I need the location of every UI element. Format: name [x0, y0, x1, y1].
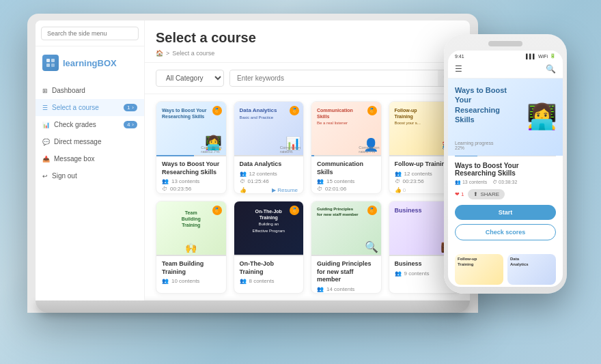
- course-info-5: Team Building Training 👥10 contents: [156, 256, 226, 290]
- course-meta-6: 👥8 contents: [240, 278, 298, 284]
- laptop-frame: learningBOX ⊞ Dashboard ☰ Select a cours…: [27, 14, 478, 313]
- like-placeholder-2: 👍: [240, 187, 247, 193]
- sidebar-search-area: [36, 20, 144, 46]
- course-card-3[interactable]: CommunicationSkillsBe a real listener 🏅 …: [311, 101, 382, 194]
- phone-status-bar: 9:41 ▌▌▌ WiFi 🔋: [448, 51, 563, 61]
- course-card-1[interactable]: Ways to Boost YourResearching Skills 🏅 👩…: [156, 101, 227, 194]
- message-icon: 💬: [42, 139, 50, 145]
- svg-rect-3: [51, 64, 55, 67]
- phone-detail-meta: 👥 13 contents ⏱ 03:38:32: [455, 180, 556, 185]
- course-info-2: Data Analytics 👥12 contents ⏱01:25:46 👍 …: [234, 156, 304, 194]
- thumb-title-4: Follow-upTrainingBoost your s...: [395, 107, 421, 126]
- sidebar: learningBOX ⊞ Dashboard ☰ Select a cours…: [36, 20, 145, 300]
- phone-frame: 9:41 ▌▌▌ WiFi 🔋 ☰ 🔍 Ways to Boost YourRe…: [444, 34, 567, 294]
- sidebar-item-message-box[interactable]: 📥 Message box: [36, 150, 144, 167]
- inbox-icon: 📥: [42, 156, 50, 163]
- thumb-completion-1: Completionrate53.7%: [201, 145, 221, 154]
- course-meta-2: 👥12 contents: [240, 171, 298, 177]
- breadcrumb-home-icon: 🏠: [156, 50, 163, 57]
- course-meta-3: 👥15 contents: [317, 178, 376, 184]
- battery-icon: 🔋: [550, 53, 556, 59]
- phone-contents: 👥 13 contents: [455, 180, 487, 185]
- keyword-input[interactable]: [230, 71, 438, 85]
- sidebar-search-input[interactable]: [41, 27, 139, 40]
- phone-status-icons: ▌▌▌ WiFi 🔋: [526, 53, 556, 59]
- svg-rect-0: [46, 59, 50, 62]
- logo-text: learningBOX: [63, 58, 117, 68]
- app-logo: learningBOX: [36, 46, 144, 79]
- course-name-7: Guiding Principles for new staff member: [317, 260, 376, 284]
- course-meta-5: 👥10 contents: [162, 278, 221, 284]
- thumb-title-1: Ways to Boost YourResearching Skills: [162, 107, 207, 120]
- svg-rect-1: [51, 59, 55, 62]
- grid-icon: ⊞: [42, 87, 48, 94]
- svg-rect-2: [46, 64, 50, 67]
- resume-btn-2[interactable]: ▶ Resume: [272, 187, 298, 193]
- phone-share-button[interactable]: ⬆ SHARE: [468, 189, 505, 199]
- phone-search-icon[interactable]: 🔍: [546, 64, 556, 74]
- phone-mini-cards: Follow-upTraining DataAnalytics: [448, 250, 563, 287]
- phone-check-scores-button[interactable]: Check scores: [455, 224, 556, 240]
- course-thumb-6: On-The-JobTrainingBuilding an Effective …: [234, 201, 304, 256]
- thumb-illustration-7: 🔍: [365, 240, 378, 253]
- course-meta-7: 👥14 contents: [317, 286, 376, 292]
- course-thumb-7: Guiding Principlesfor new staff member 🏅…: [311, 201, 381, 256]
- sidebar-item-dashboard[interactable]: ⊞ Dashboard: [36, 82, 144, 99]
- completion-bar-7: [311, 255, 381, 256]
- phone-like-btn[interactable]: ❤ 1: [455, 191, 464, 197]
- course-thumb-3: CommunicationSkillsBe a real listener 🏅 …: [311, 102, 381, 156]
- select-course-badge: 1 ›: [124, 104, 137, 111]
- chart-icon: 📊: [42, 122, 50, 128]
- thumb-illustration-5: 🙌: [185, 242, 197, 253]
- thumb-badge-7: 🏅: [367, 206, 377, 215]
- course-time-2: ⏱01:25:46: [240, 178, 298, 184]
- phone-hero-title: Ways to Boost YourResearching Skills: [455, 85, 520, 124]
- course-card-6[interactable]: On-The-JobTrainingBuilding an Effective …: [234, 201, 305, 294]
- signout-icon: ↩: [42, 173, 48, 180]
- breadcrumb-sep: >: [166, 50, 169, 57]
- course-info-6: On-The-Job Training 👥8 contents: [234, 256, 304, 290]
- laptop-device: learningBOX ⊞ Dashboard ☰ Select a cours…: [27, 14, 478, 348]
- list-icon: ☰: [42, 104, 48, 111]
- phone-mini-card-2[interactable]: DataAnalytics: [507, 254, 556, 285]
- wifi-icon: WiFi: [538, 54, 548, 59]
- phone-time: 9:41: [455, 54, 464, 59]
- course-thumb-5: TeamBuildingTraining 🏅 🙌: [156, 201, 226, 256]
- sidebar-item-check-grades[interactable]: 📊 Check grades 4 ›: [36, 116, 144, 133]
- course-card-7[interactable]: Guiding Principlesfor new staff member 🏅…: [311, 201, 382, 294]
- course-actions-2: 👍 ▶ Resume: [240, 187, 298, 193]
- hamburger-icon[interactable]: ☰: [455, 64, 462, 74]
- course-card-2[interactable]: Data AnalyticsBasic and Practice 🏅 📊 Com…: [234, 101, 305, 194]
- course-grid: Ways to Boost YourResearching Skills 🏅 👩…: [145, 94, 470, 300]
- phone-detail-actions: ❤ 1 ⬆ SHARE: [455, 189, 556, 199]
- sidebar-item-select-course[interactable]: ☰ Select a course 1 ›: [36, 99, 144, 116]
- course-thumb-1: Ways to Boost YourResearching Skills 🏅 👩…: [156, 102, 226, 156]
- phone-course-detail: Ways to Boost Your Researching Skills 👥 …: [448, 156, 563, 250]
- phone-device: 9:41 ▌▌▌ WiFi 🔋 ☰ 🔍 Ways to Boost YourRe…: [444, 34, 567, 294]
- phone-start-button[interactable]: Start: [455, 205, 556, 220]
- page-title: Select a course: [156, 30, 459, 46]
- sidebar-item-direct-message[interactable]: 💬 Direct message: [36, 133, 144, 150]
- keyword-search: 🔍: [229, 70, 459, 87]
- course-card-5[interactable]: TeamBuildingTraining 🏅 🙌 Team Building T…: [156, 201, 227, 294]
- category-filter[interactable]: All Category: [156, 70, 224, 87]
- phone-notch: [488, 41, 522, 46]
- phone-course-hero[interactable]: Ways to Boost YourResearching Skills 👩‍💻…: [448, 79, 563, 156]
- laptop-screen: learningBOX ⊞ Dashboard ☰ Select a cours…: [36, 20, 470, 300]
- completion-bar-2: [234, 155, 304, 156]
- phone-hero-illustration: 👩‍💻: [527, 102, 557, 131]
- course-name-1: Ways to Boost Your Researching Skills: [162, 160, 221, 176]
- completion-bar-5: [156, 255, 226, 256]
- phone-screen: 9:41 ▌▌▌ WiFi 🔋 ☰ 🔍 Ways to Boost YourRe…: [448, 51, 563, 287]
- signal-icon: ▌▌▌: [526, 54, 536, 59]
- chevron-icon: ›: [132, 104, 134, 111]
- completion-bar-3: [311, 155, 381, 156]
- phone-mini-card-1[interactable]: Follow-upTraining: [455, 254, 503, 285]
- main-content: Select a course 🏠 > Select a course All …: [145, 20, 470, 300]
- course-time-1: ⏱00:23:56: [162, 186, 221, 192]
- thumb-badge-2: 🏅: [290, 106, 299, 115]
- thumb-completion-2: Completionrate0%: [280, 145, 300, 154]
- course-time-3: ⏱02:01:06: [317, 186, 376, 192]
- nav-label-check-grades: Check grades: [54, 121, 96, 128]
- sidebar-item-sign-out[interactable]: ↩ Sign out: [36, 167, 144, 184]
